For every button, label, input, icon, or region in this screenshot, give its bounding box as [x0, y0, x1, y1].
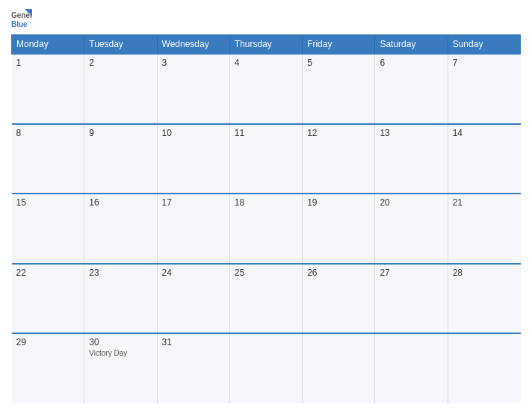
day-cell	[448, 333, 520, 404]
day-cell: 17	[157, 194, 229, 264]
day-number: 16	[89, 197, 152, 208]
day-cell: 31	[157, 333, 229, 404]
day-number: 1	[16, 58, 80, 68]
day-number: 10	[162, 128, 225, 138]
day-header-tuesday: Tuesday	[84, 35, 157, 55]
day-cell	[303, 333, 375, 404]
day-number: 22	[16, 268, 80, 278]
day-cell: 16	[84, 194, 157, 264]
week-row-5: 2930Victory Day31	[12, 333, 521, 404]
svg-text:Blue: Blue	[11, 20, 28, 28]
day-cell: 14	[448, 124, 520, 194]
day-cell: 28	[448, 264, 520, 334]
logo: General Blue	[11, 7, 35, 28]
week-row-2: 891011121314	[12, 124, 521, 194]
day-cell: 25	[229, 264, 302, 334]
day-number: 11	[235, 128, 297, 138]
header: General Blue	[11, 7, 521, 28]
day-cell: 11	[229, 124, 302, 194]
day-header-monday: Monday	[12, 35, 84, 55]
week-row-1: 1234567	[12, 54, 521, 124]
calendar-header-row: MondayTuesdayWednesdayThursdayFridaySatu…	[12, 35, 521, 55]
day-cell: 24	[157, 264, 229, 334]
day-cell: 3	[157, 54, 229, 124]
day-cell: 13	[375, 124, 448, 194]
day-cell: 30Victory Day	[84, 333, 157, 404]
week-row-3: 15161718192021	[12, 194, 521, 264]
day-number: 25	[235, 268, 297, 278]
calendar-table: MondayTuesdayWednesdayThursdayFridaySatu…	[11, 34, 521, 404]
day-cell: 22	[12, 264, 84, 334]
logo-icon: General Blue	[11, 7, 32, 28]
day-cell: 7	[448, 54, 520, 124]
day-number: 31	[162, 337, 225, 347]
day-number: 7	[453, 58, 516, 68]
day-cell: 2	[84, 54, 157, 124]
day-number: 5	[307, 58, 370, 68]
day-number: 30	[89, 337, 152, 347]
day-cell: 4	[229, 54, 302, 124]
day-cell: 19	[303, 194, 375, 264]
day-header-sunday: Sunday	[448, 35, 520, 55]
day-number: 13	[380, 128, 442, 138]
day-cell: 9	[84, 124, 157, 194]
day-number: 2	[89, 58, 152, 68]
day-number: 18	[235, 197, 297, 208]
day-cell	[375, 333, 448, 404]
day-number: 24	[162, 268, 225, 278]
day-number: 8	[16, 128, 80, 138]
day-number: 4	[235, 58, 297, 68]
day-number: 23	[89, 268, 152, 278]
day-number: 17	[162, 197, 225, 208]
day-cell: 15	[12, 194, 84, 264]
day-cell: 26	[303, 264, 375, 334]
day-header-wednesday: Wednesday	[157, 35, 229, 55]
day-cell: 21	[448, 194, 520, 264]
day-cell: 29	[12, 333, 84, 404]
day-header-saturday: Saturday	[375, 35, 448, 55]
day-number: 6	[380, 58, 442, 68]
day-cell: 6	[375, 54, 448, 124]
day-number: 20	[380, 197, 442, 208]
day-cell: 10	[157, 124, 229, 194]
day-number: 15	[16, 197, 80, 208]
day-header-thursday: Thursday	[229, 35, 302, 55]
day-cell: 8	[12, 124, 84, 194]
day-cell: 12	[303, 124, 375, 194]
calendar-page: General Blue MondayTuesdayWednesdayThurs…	[0, 0, 532, 411]
day-cell: 20	[375, 194, 448, 264]
day-number: 27	[380, 268, 442, 278]
day-number: 26	[307, 268, 370, 278]
day-header-friday: Friday	[303, 35, 375, 55]
day-number: 28	[453, 268, 516, 278]
day-cell: 27	[375, 264, 448, 334]
day-cell: 5	[303, 54, 375, 124]
week-row-4: 22232425262728	[12, 264, 521, 334]
day-cell: 23	[84, 264, 157, 334]
day-number: 29	[16, 337, 80, 347]
day-number: 3	[162, 58, 225, 68]
day-number: 12	[307, 128, 370, 138]
day-number: 14	[453, 128, 516, 138]
day-number: 19	[307, 197, 370, 208]
holiday-label: Victory Day	[89, 349, 152, 357]
day-cell	[229, 333, 302, 404]
day-cell: 1	[12, 54, 84, 124]
day-number: 21	[453, 197, 516, 208]
day-cell: 18	[229, 194, 302, 264]
day-number: 9	[89, 128, 152, 138]
